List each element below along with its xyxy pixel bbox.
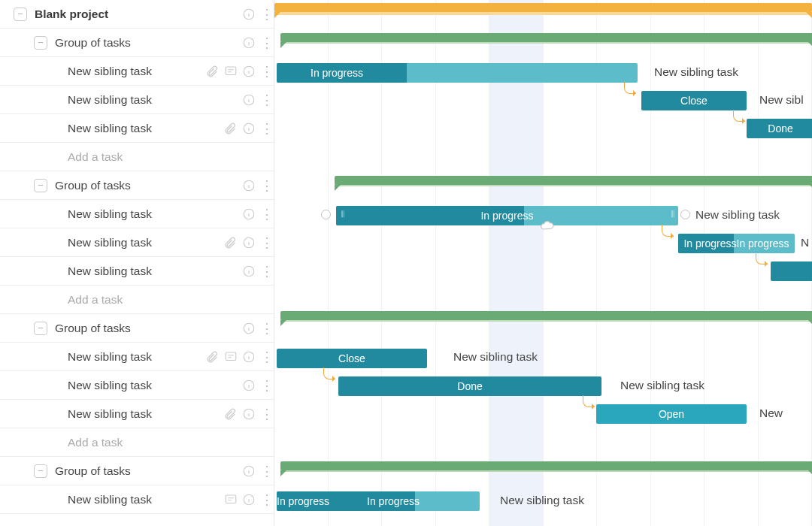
info-icon[interactable] bbox=[242, 122, 256, 135]
comment-icon[interactable] bbox=[224, 493, 238, 506]
group-row[interactable]: −Group of tasks⋮ bbox=[0, 314, 274, 343]
group-row[interactable]: −Group of tasks⋮ bbox=[0, 457, 274, 485]
info-icon[interactable] bbox=[242, 36, 256, 50]
task-label[interactable]: New sibling task bbox=[68, 379, 242, 392]
task-label[interactable]: New sibling task bbox=[68, 265, 242, 278]
add-label[interactable]: Add a task bbox=[68, 293, 260, 307]
info-icon[interactable] bbox=[242, 8, 256, 21]
row-menu-icon[interactable]: ⋮ bbox=[260, 35, 274, 51]
task-row[interactable]: New sibling task⋮ bbox=[0, 86, 274, 114]
info-icon[interactable] bbox=[242, 350, 256, 364]
task-bar[interactable]: In progressIn progress bbox=[277, 491, 480, 511]
row-menu-icon[interactable]: ⋮ bbox=[260, 206, 274, 222]
task-row[interactable]: New sibling task⋮ bbox=[0, 114, 274, 143]
info-icon[interactable] bbox=[242, 265, 256, 278]
task-bar[interactable]: Open bbox=[596, 404, 747, 424]
task-label[interactable]: New sibling task bbox=[68, 236, 224, 249]
group-row[interactable]: −Group of tasks⋮ bbox=[0, 171, 274, 200]
task-row[interactable]: New sibling task⋮ bbox=[0, 371, 274, 400]
row-menu-icon[interactable]: ⋮ bbox=[260, 263, 274, 280]
resize-grip-icon[interactable]: ⦀ bbox=[671, 208, 674, 220]
group-label[interactable]: Group of tasks bbox=[55, 179, 242, 192]
row-menu-icon[interactable]: ⋮ bbox=[260, 92, 274, 108]
task-bar[interactable]: In progress bbox=[277, 63, 638, 83]
task-row[interactable]: New sibling task⋮ bbox=[0, 343, 274, 371]
row-menu-icon[interactable]: ⋮ bbox=[260, 320, 274, 337]
row-menu-icon[interactable]: ⋮ bbox=[260, 349, 274, 365]
group-label[interactable]: Group of tasks bbox=[55, 464, 242, 478]
collapse-toggle[interactable]: − bbox=[34, 36, 47, 50]
task-bar[interactable] bbox=[771, 261, 812, 281]
group-summary-bar[interactable] bbox=[280, 461, 812, 470]
row-menu-icon[interactable]: ⋮ bbox=[260, 120, 274, 137]
project-label[interactable]: Blank project bbox=[35, 8, 242, 21]
add-label[interactable]: Add a task bbox=[68, 436, 260, 449]
row-menu-icon[interactable]: ⋮ bbox=[260, 406, 274, 422]
task-bar[interactable]: In progressIn progress bbox=[678, 234, 795, 253]
dependency-connector bbox=[662, 225, 674, 237]
task-label[interactable]: New sibling task bbox=[68, 93, 242, 107]
task-row[interactable]: New sibling task⋮ bbox=[0, 57, 274, 86]
attachment-icon[interactable] bbox=[206, 65, 220, 78]
row-menu-icon[interactable]: ⋮ bbox=[260, 491, 274, 508]
task-bar[interactable]: Close bbox=[277, 349, 427, 368]
task-row[interactable]: New sibling task⋮ bbox=[0, 257, 274, 286]
row-menu-icon[interactable]: ⋮ bbox=[260, 377, 274, 394]
row-menu-icon[interactable]: ⋮ bbox=[260, 463, 274, 479]
row-menu-icon[interactable]: ⋮ bbox=[260, 6, 274, 23]
collapse-toggle[interactable]: − bbox=[34, 464, 47, 478]
row-menu-icon[interactable]: ⋮ bbox=[260, 234, 274, 251]
attachment-icon[interactable] bbox=[206, 350, 220, 364]
project-row[interactable]: −Blank project⋮ bbox=[0, 0, 274, 29]
info-icon[interactable] bbox=[242, 407, 256, 421]
group-label[interactable]: Group of tasks bbox=[55, 36, 242, 50]
task-bar[interactable]: Done bbox=[338, 376, 601, 396]
add-label[interactable]: Add a task bbox=[68, 150, 260, 164]
attachment-icon[interactable] bbox=[224, 122, 238, 135]
row-menu-icon[interactable]: ⋮ bbox=[260, 63, 274, 80]
task-label[interactable]: New sibling task bbox=[68, 350, 206, 364]
task-label[interactable]: New sibling task bbox=[68, 65, 206, 78]
project-summary-bar[interactable] bbox=[274, 3, 812, 12]
info-icon[interactable] bbox=[242, 93, 256, 107]
collapse-toggle[interactable]: − bbox=[34, 179, 47, 192]
group-summary-bar[interactable] bbox=[280, 33, 812, 42]
collapse-toggle[interactable]: − bbox=[14, 8, 27, 21]
comment-icon[interactable] bbox=[224, 350, 238, 364]
group-row[interactable]: −Group of tasks⋮ bbox=[0, 29, 274, 57]
info-icon[interactable] bbox=[242, 322, 256, 335]
info-icon[interactable] bbox=[242, 464, 256, 478]
group-label[interactable]: Group of tasks bbox=[55, 322, 242, 335]
info-icon[interactable] bbox=[242, 379, 256, 392]
task-bar[interactable]: Close bbox=[641, 91, 747, 110]
gantt-chart[interactable]: In progressNew sibling taskCloseNew sibl… bbox=[274, 0, 812, 526]
drag-handle[interactable] bbox=[680, 210, 690, 219]
info-icon[interactable] bbox=[242, 493, 256, 506]
task-label[interactable]: New sibling task bbox=[68, 493, 224, 506]
task-bar[interactable]: In progress⦀⦀ bbox=[336, 206, 678, 225]
add-task-row[interactable]: Add a task⋮ bbox=[0, 286, 274, 314]
info-icon[interactable] bbox=[242, 207, 256, 221]
task-row[interactable]: New sibling task⋮ bbox=[0, 485, 274, 514]
info-icon[interactable] bbox=[242, 65, 256, 78]
resize-grip-icon[interactable]: ⦀ bbox=[341, 208, 344, 220]
attachment-icon[interactable] bbox=[224, 407, 238, 421]
task-row[interactable]: New sibling task⋮ bbox=[0, 228, 274, 257]
task-label[interactable]: New sibling task bbox=[68, 122, 224, 135]
drag-handle[interactable] bbox=[321, 210, 331, 219]
task-row[interactable]: New sibling task⋮ bbox=[0, 200, 274, 228]
group-summary-bar[interactable] bbox=[280, 311, 812, 320]
collapse-toggle[interactable]: − bbox=[34, 322, 47, 335]
row-menu-icon[interactable]: ⋮ bbox=[260, 177, 274, 194]
add-task-row[interactable]: Add a task⋮ bbox=[0, 428, 274, 457]
info-icon[interactable] bbox=[242, 179, 256, 192]
group-summary-bar[interactable] bbox=[335, 176, 812, 185]
task-row[interactable]: New sibling task⋮ bbox=[0, 400, 274, 428]
info-icon[interactable] bbox=[242, 236, 256, 249]
attachment-icon[interactable] bbox=[224, 236, 238, 249]
comment-icon[interactable] bbox=[224, 65, 238, 78]
task-bar[interactable]: Done bbox=[747, 119, 812, 138]
task-label[interactable]: New sibling task bbox=[68, 207, 242, 221]
task-label[interactable]: New sibling task bbox=[68, 407, 224, 421]
add-task-row[interactable]: Add a task⋮ bbox=[0, 143, 274, 171]
